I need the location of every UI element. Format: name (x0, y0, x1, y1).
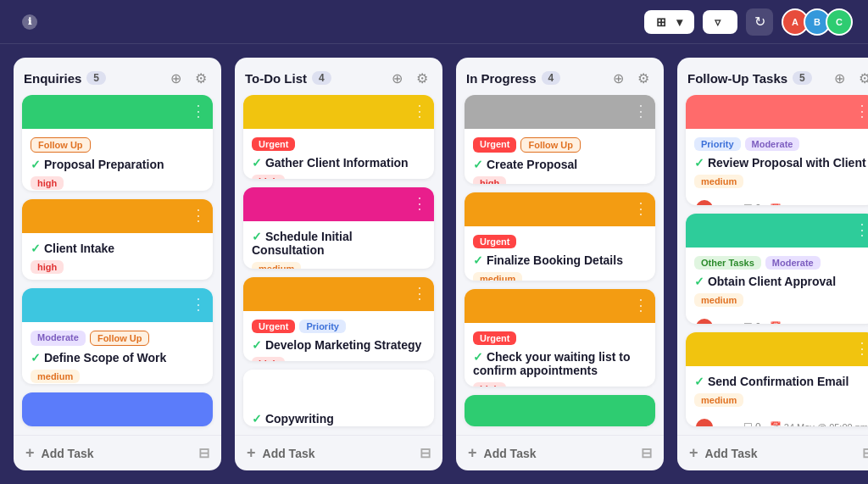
column-actions: ⊕ ⚙ (608, 68, 654, 88)
card-menu-dots[interactable]: ⋮ (633, 199, 648, 218)
card-avatars (694, 317, 715, 324)
card-menu-dots[interactable]: ⋮ (191, 102, 206, 120)
add-task-button[interactable]: + Add Task ⊟ (14, 435, 221, 470)
card-title: ✓ Proposal Preparation (31, 158, 204, 171)
date-badge-normal: 📅 31 May @ 05:00 pm (770, 321, 868, 323)
check-icon: ✓ (31, 351, 41, 364)
column-settings-button[interactable]: ⚙ (191, 68, 211, 88)
calendar-icon: 📅 (770, 421, 782, 426)
card-body: ✓ Schedule Initial Consultation medium ☐… (243, 221, 434, 268)
task-card: ⋮ ✓ Schedule Initial Consultation medium… (243, 187, 434, 268)
card-menu-dots[interactable]: ⋮ (633, 102, 648, 120)
add-card-button[interactable]: ⊕ (165, 68, 186, 88)
task-card: ⋮ PriorityModerate ✓ Review Proposal wit… (686, 95, 868, 205)
task-card: ⋮ Urgent ✓ Finalize Booking Details medi… (465, 192, 655, 281)
column-actions: ⊕ ⚙ (387, 68, 432, 88)
column-enquiries: Enquiries 5 ⊕ ⚙ ⋮ Follow Up ✓ Proposal P… (14, 58, 221, 470)
column-title: Follow-Up Tasks (687, 71, 787, 86)
calendar-icon: 📅 (770, 203, 782, 205)
add-task-label: Add Task (705, 447, 758, 460)
priority-badge: medium (31, 370, 80, 383)
column-header: Follow-Up Tasks 5 ⊕ ⚙ (677, 58, 868, 95)
check-icon: ✓ (31, 158, 41, 171)
card-title: ✓ Gather Client Information (252, 156, 426, 170)
task-card: ⋮ ✓ Send Confirmation Email medium ☐ 0📅 … (686, 332, 868, 426)
card-meta: ☐ 0📅 24 May @ 05:00 pm (743, 421, 868, 426)
filter-button[interactable]: ▿ (703, 10, 737, 34)
calendar-icon: 📅 (770, 321, 782, 323)
column-count: 5 (86, 71, 106, 85)
column-actions: ⊕ ⚙ (829, 68, 868, 88)
card-body: Urgent ✓ Gather Client Information high … (243, 129, 434, 179)
check-icon: ✓ (252, 412, 262, 426)
refresh-button[interactable]: ↻ (746, 8, 773, 36)
column-header: To-Do List 4 ⊕ ⚙ (235, 58, 442, 95)
priority-badge: medium (694, 393, 743, 407)
tag-urgent: Urgent (473, 331, 516, 345)
card-footer: ☐ 0📅 24 May @ 05:00 pm (694, 417, 868, 426)
header-title-group: ℹ (15, 14, 37, 30)
comment-count: ☐ 0 (743, 421, 761, 426)
card-menu-dots[interactable]: ⋮ (854, 339, 868, 358)
app-container: ℹ ⊞ ▾ ▿ ↻ A B C Enquiries 5 ⊕ (0, 0, 868, 484)
tag-follow-up: Follow Up (520, 137, 581, 153)
header-controls: ⊞ ▾ ▿ ↻ A B C (644, 8, 853, 36)
check-icon: ✓ (473, 350, 483, 364)
add-task-button[interactable]: + Add Task ⊟ (235, 435, 442, 470)
card-footer: ☐ 0📅 31 May @ 05:00 pm (694, 317, 868, 324)
card-tags: Other TasksModerate (694, 256, 868, 270)
card-body: ModerateFollow Up ✓ Define Scope of Work… (22, 322, 213, 384)
card-menu-dots[interactable]: ⋮ (412, 102, 427, 120)
column-settings-button[interactable]: ⚙ (854, 68, 868, 88)
plus-icon: + (247, 444, 256, 462)
tag-moderate: Moderate (31, 331, 86, 346)
card-menu-dots[interactable]: ⋮ (854, 102, 868, 120)
card-tags: ModerateFollow Up (31, 331, 204, 346)
add-task-button[interactable]: + Add Task ⊟ (456, 435, 664, 470)
card-title: ✓ Obtain Client Approval (694, 275, 868, 288)
card-tags: Follow Up (31, 137, 204, 153)
comment-icon: ☐ (743, 321, 753, 324)
card-partial (465, 395, 655, 426)
card-title: ✓ Review Proposal with Client (694, 156, 868, 170)
card-tags: Urgent (252, 137, 426, 151)
kanban-button[interactable]: ⊞ ▾ (644, 10, 694, 34)
priority-badge: medium (473, 272, 522, 281)
column-settings-button[interactable]: ⚙ (633, 68, 654, 88)
card-tags: UrgentFollow Up (473, 137, 647, 153)
card-body: ✓ Copywriting (243, 403, 434, 426)
card-title: ✓ Check your waiting list to confirm app… (473, 350, 647, 377)
card-menu-dots[interactable]: ⋮ (412, 376, 427, 395)
card-tags: UrgentPriority (252, 320, 426, 333)
card-menu-dots[interactable]: ⋮ (191, 295, 206, 314)
expand-icon: ⊟ (420, 445, 431, 461)
plus-icon: + (25, 444, 35, 462)
plus-icon: + (689, 444, 698, 462)
card-menu-dots[interactable]: ⋮ (854, 220, 868, 239)
card-body: PriorityModerate ✓ Review Proposal with … (686, 129, 868, 205)
task-card: ⋮ UrgentFollow Up ✓ Create Proposal high… (465, 95, 655, 184)
column-actions: ⊕ ⚙ (165, 68, 211, 88)
avatar-group: A B C (782, 8, 853, 36)
card-menu-dots[interactable]: ⋮ (633, 296, 648, 314)
card-menu-dots[interactable]: ⋮ (191, 206, 206, 225)
tag-urgent: Urgent (252, 137, 295, 151)
add-card-button[interactable]: ⊕ (829, 68, 849, 88)
priority-badge: high (31, 176, 64, 190)
task-card: ⋮ Urgent ✓ Gather Client Information hig… (243, 95, 434, 179)
card-title: ✓ Develop Marketing Strategy (252, 338, 426, 352)
add-card-button[interactable]: ⊕ (608, 68, 628, 88)
comment-icon: ☐ (743, 203, 753, 205)
info-icon[interactable]: ℹ (22, 14, 37, 30)
column-title: Enquiries (24, 71, 81, 86)
card-menu-dots[interactable]: ⋮ (412, 284, 427, 303)
add-task-button[interactable]: + Add Task ⊟ (677, 435, 868, 470)
card-title: ✓ Define Scope of Work (31, 351, 204, 364)
add-card-button[interactable]: ⊕ (387, 68, 407, 88)
card-title: ✓ Client Intake (31, 242, 204, 255)
card-menu-dots[interactable]: ⋮ (412, 194, 427, 213)
check-icon: ✓ (473, 158, 483, 171)
card-title: ✓ Schedule Initial Consultation (252, 230, 426, 257)
column-settings-button[interactable]: ⚙ (412, 68, 432, 88)
date-badge-normal: 📅 17 May @ 05:00 pm (770, 203, 868, 205)
